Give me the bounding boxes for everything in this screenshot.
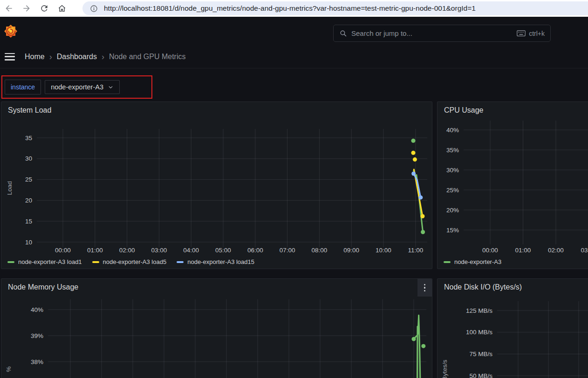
- screen: Search or jump to... ctrl+k Home › Dashb…: [0, 0, 588, 378]
- svg-text:11:00: 11:00: [408, 247, 423, 254]
- svg-text:20%: 20%: [446, 207, 459, 214]
- breadcrumb-dashboards[interactable]: Dashboards: [57, 53, 97, 61]
- search-placeholder: Search or jump to...: [351, 29, 517, 37]
- variable-label: instance: [5, 80, 41, 94]
- svg-text:40%: 40%: [31, 306, 43, 313]
- panel-cpu-usage: CPU Usage 40%35%30%25%20%15%00:0001:0002…: [437, 101, 588, 269]
- url-input[interactable]: [100, 4, 585, 13]
- svg-text:125 MB/s: 125 MB/s: [466, 307, 492, 314]
- chevron-right-icon: ›: [49, 53, 52, 61]
- svg-text:01:00: 01:00: [515, 247, 531, 254]
- grafana-logo-icon[interactable]: [4, 24, 18, 38]
- svg-text:30%: 30%: [446, 167, 459, 174]
- svg-text:Bytes/s: Bytes/s: [441, 360, 448, 378]
- svg-text:08:00: 08:00: [312, 247, 328, 254]
- instance-dropdown-value: node-exporter-A3: [51, 83, 103, 91]
- legend-label: node-exporter-A3: [454, 258, 501, 265]
- svg-text:40%: 40%: [446, 127, 459, 134]
- svg-text:02:00: 02:00: [548, 247, 564, 254]
- svg-text:39%: 39%: [31, 332, 43, 339]
- svg-text:10:00: 10:00: [376, 247, 391, 254]
- svg-text:09:00: 09:00: [343, 247, 359, 254]
- svg-text:04:00: 04:00: [183, 247, 199, 254]
- search-shortcut: ctrl+k: [517, 30, 545, 37]
- svg-text:100 MB/s: 100 MB/s: [466, 329, 492, 336]
- svg-text:07:00: 07:00: [280, 247, 295, 254]
- keyboard-icon: [517, 30, 526, 37]
- legend-label: node-exporter-A3 load1: [18, 258, 82, 265]
- page-info-icon[interactable]: [87, 2, 100, 15]
- legend-label: node-exporter-A3 load15: [187, 258, 254, 265]
- svg-text:03:00: 03:00: [151, 247, 167, 254]
- cpu-usage-chart[interactable]: 40%35%30%25%20%15%00:0001:0002:0003:00: [438, 102, 588, 270]
- legend-system-load: node-exporter-A3 load1node-exporter-A3 l…: [7, 258, 254, 265]
- panel-menu-icon[interactable]: [417, 279, 432, 297]
- breadcrumb-current: Node and GPU Metrics: [109, 53, 186, 61]
- back-icon[interactable]: [0, 0, 18, 17]
- node-memory-usage-chart[interactable]: 40%39%38%%: [1, 279, 433, 378]
- panel-title-cpu-usage[interactable]: CPU Usage: [444, 106, 483, 115]
- svg-text:%: %: [5, 366, 12, 372]
- breadcrumb: Home › Dashboards › Node and GPU Metrics: [25, 53, 185, 61]
- search-icon: [339, 29, 347, 37]
- svg-text:03:00: 03:00: [581, 247, 588, 254]
- panel-node-disk-io: Node Disk I/O (Bytes/s) 125 MB/s100 MB/s…: [437, 278, 588, 378]
- legend-swatch: [92, 261, 99, 263]
- search-input[interactable]: Search or jump to... ctrl+k: [333, 25, 551, 42]
- legend-swatch: [177, 261, 184, 263]
- svg-text:15: 15: [25, 218, 32, 225]
- browser-toolbar: [0, 0, 588, 17]
- svg-text:Load: Load: [6, 181, 13, 195]
- breadcrumb-bar: Home › Dashboards › Node and GPU Metrics: [0, 45, 588, 68]
- svg-text:06:00: 06:00: [247, 247, 263, 254]
- svg-text:00:00: 00:00: [55, 247, 71, 254]
- svg-text:35: 35: [25, 135, 32, 142]
- panel-title-node-memory-usage[interactable]: Node Memory Usage: [8, 283, 78, 291]
- address-bar[interactable]: [82, 1, 588, 15]
- svg-text:02:00: 02:00: [119, 247, 135, 254]
- legend-item[interactable]: node-exporter-A3 load1: [7, 258, 82, 265]
- legend-cpu-usage: node-exporter-A3: [444, 258, 501, 265]
- svg-text:05:00: 05:00: [215, 247, 231, 254]
- svg-text:30: 30: [25, 155, 32, 162]
- legend-label: node-exporter-A3 load5: [103, 258, 167, 265]
- instance-dropdown[interactable]: node-exporter-A3: [45, 80, 120, 94]
- legend-item[interactable]: node-exporter-A3: [444, 258, 501, 265]
- panel-title-node-disk-io[interactable]: Node Disk I/O (Bytes/s): [444, 283, 522, 291]
- node-disk-io-chart[interactable]: 125 MB/s100 MB/s75 MB/s50 MB/sBytes/s: [438, 279, 588, 378]
- svg-text:00:00: 00:00: [482, 247, 498, 254]
- panel-title-system-load[interactable]: System Load: [8, 106, 51, 115]
- legend-swatch: [7, 261, 14, 263]
- grafana-header: Search or jump to... ctrl+k: [0, 17, 588, 45]
- annotation-box: instance node-exporter-A3: [1, 75, 152, 99]
- svg-text:35%: 35%: [446, 147, 459, 154]
- legend-item[interactable]: node-exporter-A3 load5: [92, 258, 167, 265]
- legend-item[interactable]: node-exporter-A3 load15: [177, 258, 254, 265]
- svg-text:50 MB/s: 50 MB/s: [469, 372, 492, 378]
- svg-text:75 MB/s: 75 MB/s: [469, 351, 492, 358]
- panel-system-load: System Load 35302520151000:0001:0002:000…: [1, 101, 432, 269]
- forward-icon[interactable]: [18, 0, 35, 17]
- svg-text:20: 20: [25, 197, 32, 204]
- svg-text:25: 25: [25, 176, 32, 183]
- breadcrumb-home[interactable]: Home: [25, 53, 45, 61]
- svg-text:01:00: 01:00: [87, 247, 103, 254]
- legend-swatch: [444, 261, 451, 263]
- svg-text:25%: 25%: [446, 187, 459, 194]
- svg-text:15%: 15%: [446, 227, 459, 234]
- svg-text:10: 10: [25, 239, 32, 246]
- reload-icon[interactable]: [35, 0, 53, 17]
- home-icon[interactable]: [53, 0, 71, 17]
- panel-node-memory-usage: Node Memory Usage 40%39%38%%: [1, 278, 432, 378]
- chevron-down-icon: [108, 84, 114, 90]
- system-load-chart[interactable]: 35302520151000:0001:0002:0003:0004:0005:…: [1, 102, 433, 270]
- menu-icon[interactable]: [5, 53, 15, 61]
- svg-text:38%: 38%: [31, 358, 43, 365]
- chevron-right-icon: ›: [102, 53, 104, 61]
